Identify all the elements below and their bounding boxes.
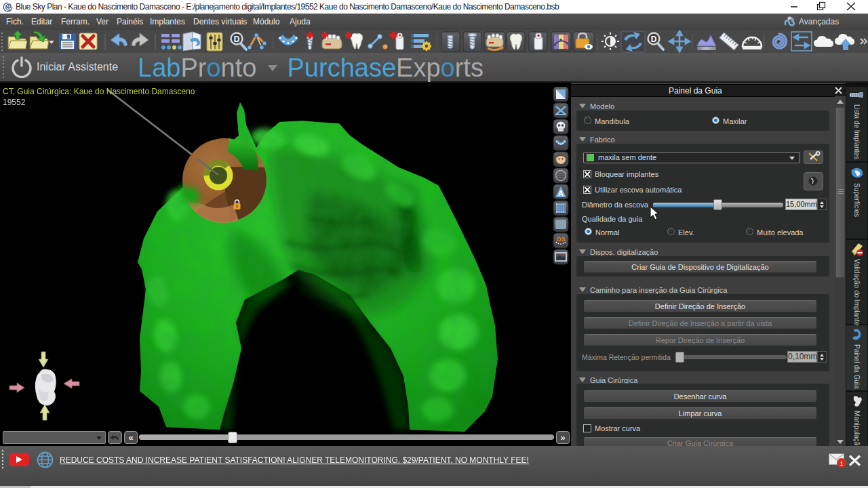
svg-text:D: D (234, 35, 240, 44)
svg-text:OS: OS (556, 236, 565, 243)
svg-text:A: A (558, 189, 564, 197)
svg-text:1: 1 (840, 460, 843, 467)
svg-text:D: D (651, 35, 657, 44)
